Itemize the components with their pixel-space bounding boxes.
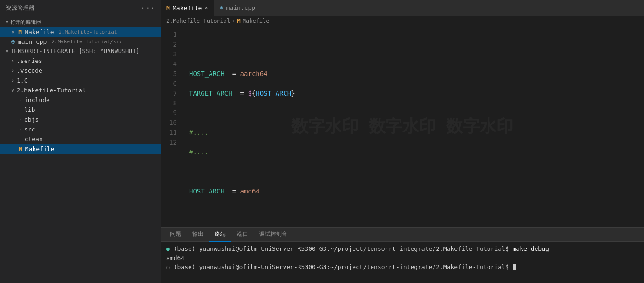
- sidebar-item-objs[interactable]: › objs: [0, 115, 161, 124]
- code-line-9: HOST_ARCH = amd64: [189, 186, 644, 196]
- terminal-command-1: make debug: [513, 245, 549, 252]
- sidebar-item-src[interactable]: › src: [0, 124, 161, 134]
- code-editor[interactable]: HOST_ARCH = aarch64 TARGET_ARCH = ${HOST…: [182, 26, 644, 227]
- tab-maincpp[interactable]: ⊕ main.cpp: [214, 0, 261, 16]
- code-line-6: #....: [189, 128, 644, 138]
- tree-section-header[interactable]: ∨ TENSORRT-INTEGRATE [SSH: YUANWUSHUI]: [0, 47, 161, 56]
- sidebar-title: 资源管理器: [6, 4, 35, 12]
- line-numbers: 1 2 3 4 5 6 7 8 9 10 11 12: [161, 26, 182, 227]
- sidebar-item-makefile-file[interactable]: M Makefile: [0, 144, 161, 154]
- close-icon[interactable]: ×: [11, 29, 14, 35]
- tab-port[interactable]: 端口: [231, 228, 254, 242]
- sidebar-item-makefile-tutorial-label: 2.Makefile-Tutorial: [17, 87, 86, 94]
- tab-debug-console[interactable]: 调试控制台: [254, 228, 293, 242]
- code-line-11: debug:: [189, 226, 644, 227]
- terminal-prompt-1: (base) yuanwushui@ofilm-UniServer-R5300-…: [174, 245, 509, 252]
- breadcrumb-sep: ›: [232, 18, 235, 24]
- terminal-content[interactable]: ● (base) yuanwushui@ofilm-UniServer-R530…: [161, 242, 644, 283]
- open-editors-section[interactable]: ∨ 打开的编辑器: [0, 16, 161, 27]
- tree-section-title: TENSORRT-INTEGRATE [SSH: YUANWUSHUI]: [11, 48, 140, 55]
- tab-makefile[interactable]: M Makefile ×: [161, 0, 214, 16]
- sidebar-item-clean-label: clean: [25, 136, 43, 143]
- code-line-7: #....: [189, 147, 644, 157]
- tab-output[interactable]: 输出: [187, 228, 209, 242]
- tab-maincpp-icon: ⊕: [220, 4, 224, 11]
- open-editor-makefile-path: 2.Makefile-Tutorial: [59, 29, 117, 35]
- editor-tabs: M Makefile × ⊕ main.cpp: [161, 0, 644, 16]
- tab-makefile-icon: M: [166, 5, 170, 12]
- sidebar-item-src-label: src: [24, 126, 35, 133]
- code-line-10: [189, 206, 644, 216]
- sidebar-item-objs-label: objs: [24, 116, 39, 123]
- breadcrumb-icon-m: M: [237, 18, 241, 24]
- terminal-line-1: ● (base) yuanwushui@ofilm-UniServer-R530…: [166, 244, 638, 254]
- tab-makefile-label: Makefile: [173, 5, 202, 12]
- tab-terminal[interactable]: 终端: [209, 228, 231, 242]
- code-line-4: TARGET_ARCH = ${HOST_ARCH}: [189, 89, 644, 98]
- code-line-1: [189, 30, 644, 40]
- dot-empty-icon: ○: [166, 263, 170, 270]
- code-line-5: [189, 108, 644, 118]
- open-editor-makefile-name: Makefile: [25, 28, 54, 35]
- chevron-icon: ›: [11, 78, 14, 83]
- sidebar-header: 资源管理器 ···: [0, 0, 161, 16]
- tree-section-chevron: ∨: [6, 49, 9, 54]
- open-editor-makefile[interactable]: × M Makefile 2.Makefile-Tutorial: [0, 27, 161, 37]
- chevron-icon: ›: [19, 117, 21, 122]
- code-line-3: HOST_ARCH = aarch64: [189, 69, 644, 79]
- terminal-tabs: 问题 输出 终端 端口 调试控制台: [161, 228, 644, 242]
- open-editors-chevron: ∨: [6, 20, 8, 25]
- breadcrumb-part-2: Makefile: [243, 18, 270, 24]
- sidebar-item-vscode-label: .vscode: [17, 67, 42, 74]
- sidebar-item-lib-label: lib: [24, 106, 35, 113]
- code-line-8: [189, 167, 644, 177]
- dot-filled-icon: ●: [166, 245, 170, 252]
- equals-icon: ≡: [19, 136, 22, 142]
- terminal-output-line: amd64: [166, 254, 638, 263]
- open-editors-label: 打开的编辑器: [10, 19, 41, 26]
- open-editor-maincpp-name: main.cpp: [18, 38, 47, 45]
- open-editor-maincpp[interactable]: ⊕ main.cpp 2.Makefile-Tutorial/src: [0, 37, 161, 47]
- chevron-open-icon: ∨: [11, 88, 14, 93]
- chevron-icon: ›: [19, 107, 21, 112]
- breadcrumb: 2.Makefile-Tutorial › M Makefile: [161, 16, 644, 26]
- sidebar-item-1c-label: 1.C: [17, 77, 27, 84]
- terminal-line-2: ○ (base) yuanwushui@ofilm-UniServer-R530…: [166, 262, 638, 272]
- sidebar-item-series-label: .series: [17, 57, 42, 64]
- main-area: M Makefile × ⊕ main.cpp 2.Makefile-Tutor…: [161, 0, 644, 283]
- sidebar-item-include[interactable]: › include: [0, 95, 161, 105]
- chevron-icon: ›: [11, 58, 14, 63]
- sidebar-more-button[interactable]: ···: [141, 4, 155, 13]
- terminal-output-text: amd64: [166, 255, 184, 262]
- sidebar: 资源管理器 ··· ∨ 打开的编辑器 × M Makefile 2.Makefi…: [0, 0, 161, 283]
- chevron-icon: ›: [19, 97, 21, 103]
- sidebar-item-1c[interactable]: › 1.C: [0, 76, 161, 85]
- sidebar-item-clean[interactable]: ≡ clean: [0, 134, 161, 144]
- sidebar-item-include-label: include: [24, 97, 50, 104]
- terminal-panel: 问题 输出 终端 端口 调试控制台 ● (base) yuanwushui@of…: [161, 227, 644, 283]
- sidebar-item-vscode[interactable]: › .vscode: [0, 66, 161, 76]
- tab-makefile-close[interactable]: ×: [204, 5, 208, 11]
- terminal-cursor: [513, 264, 516, 270]
- sidebar-item-lib[interactable]: › lib: [0, 105, 161, 115]
- sidebar-item-makefile-file-label: Makefile: [25, 145, 54, 152]
- chevron-icon: ›: [11, 68, 14, 73]
- makefile-icon: M: [18, 28, 22, 35]
- makefile-file-icon: M: [19, 145, 22, 152]
- chevron-icon: ›: [19, 127, 21, 132]
- tab-problems[interactable]: 问题: [164, 228, 187, 242]
- breadcrumb-part-1: 2.Makefile-Tutorial: [166, 18, 230, 24]
- terminal-prompt-2: (base) yuanwushui@ofilm-UniServer-R5300-…: [174, 263, 509, 270]
- sidebar-item-makefile-tutorial[interactable]: ∨ 2.Makefile-Tutorial: [0, 85, 161, 95]
- cpp-icon: ⊕: [11, 38, 15, 45]
- open-editor-maincpp-path: 2.Makefile-Tutorial/src: [51, 39, 122, 45]
- code-line-2: [189, 49, 644, 59]
- sidebar-item-series[interactable]: › .series: [0, 56, 161, 66]
- editor-area[interactable]: 数字水印 数字水印 数字水印 1 2 3 4 5 6 7 8 9 10 11 1…: [161, 26, 644, 227]
- tab-maincpp-label: main.cpp: [226, 4, 256, 11]
